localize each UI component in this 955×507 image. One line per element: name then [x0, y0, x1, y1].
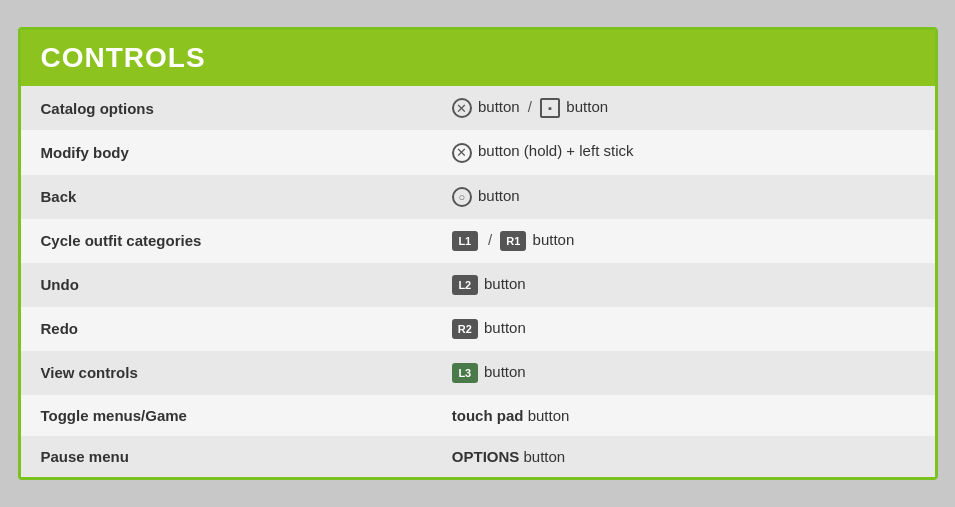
x-button-icon: ✕: [452, 143, 472, 163]
button-label: button: [484, 363, 526, 380]
l2-badge: L2: [452, 275, 478, 295]
separator: /: [488, 231, 496, 248]
button-label: button: [484, 319, 526, 336]
control-value: OPTIONS button: [432, 436, 935, 477]
table-row: Catalog options ✕ button / ▪ button: [21, 86, 935, 130]
x-button-icon: ✕: [452, 98, 472, 118]
separator: /: [528, 98, 532, 115]
action-label: Cycle outfit categories: [21, 219, 432, 263]
l3-badge: L3: [452, 363, 478, 383]
table-row: Pause menu OPTIONS button: [21, 436, 935, 477]
table-row: View controls L3 button: [21, 351, 935, 395]
circle-button-icon: ○: [452, 187, 472, 207]
action-label: Pause menu: [21, 436, 432, 477]
button-label: button: [478, 98, 524, 115]
control-value: ✕ button / ▪ button: [432, 86, 935, 130]
table-row: Undo L2 button: [21, 263, 935, 307]
controls-header: CONTROLS: [21, 30, 935, 86]
button-label: button: [523, 448, 565, 465]
controls-panel: CONTROLS Catalog options ✕ button / ▪ bu…: [18, 27, 938, 479]
square-button-icon: ▪: [540, 98, 560, 118]
controls-table: Catalog options ✕ button / ▪ button Modi…: [21, 86, 935, 476]
control-value: L3 button: [432, 351, 935, 395]
r1-badge: R1: [500, 231, 526, 251]
action-label: Redo: [21, 307, 432, 351]
touchpad-label: touch pad: [452, 407, 524, 424]
table-row: Cycle outfit categories L1 / R1 button: [21, 219, 935, 263]
control-value: touch pad button: [432, 395, 935, 436]
action-label: Catalog options: [21, 86, 432, 130]
action-label: Undo: [21, 263, 432, 307]
control-value: ○ button: [432, 175, 935, 219]
table-row: Modify body ✕ button (hold) + left stick: [21, 130, 935, 174]
button-label: button: [533, 231, 575, 248]
control-value: L2 button: [432, 263, 935, 307]
button-label: button: [478, 187, 520, 204]
control-value: ✕ button (hold) + left stick: [432, 130, 935, 174]
table-row: Back ○ button: [21, 175, 935, 219]
button-label-2: button: [566, 98, 608, 115]
button-label: button (hold) + left stick: [478, 142, 634, 159]
action-label: Modify body: [21, 130, 432, 174]
table-row: Toggle menus/Game touch pad button: [21, 395, 935, 436]
action-label: Toggle menus/Game: [21, 395, 432, 436]
table-row: Redo R2 button: [21, 307, 935, 351]
button-label: button: [528, 407, 570, 424]
action-label: Back: [21, 175, 432, 219]
controls-title: CONTROLS: [41, 42, 915, 74]
control-value: L1 / R1 button: [432, 219, 935, 263]
button-label: button: [484, 275, 526, 292]
action-label: View controls: [21, 351, 432, 395]
r2-badge: R2: [452, 319, 478, 339]
options-label: OPTIONS: [452, 448, 520, 465]
l1-badge: L1: [452, 231, 478, 251]
control-value: R2 button: [432, 307, 935, 351]
